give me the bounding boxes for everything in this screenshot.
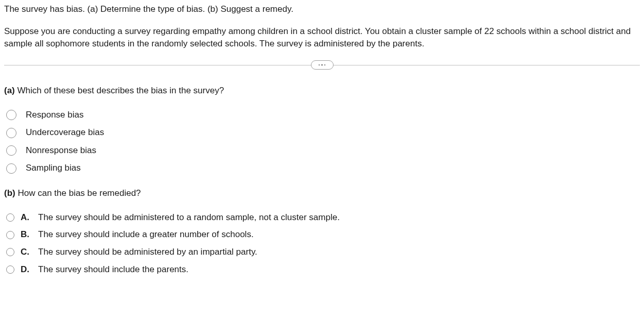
ellipsis-icon [319,64,326,66]
question-a-prompt: (a) Which of these best describes the bi… [4,85,640,97]
option-b-a[interactable]: A. The survey should be administered to … [6,211,640,224]
option-label: The survey should be administered to a r… [38,211,340,224]
expand-button[interactable] [311,60,334,70]
option-b-b[interactable]: B. The survey should include a greater n… [6,228,640,241]
question-b-options: A. The survey should be administered to … [4,211,640,276]
question-b-prefix: (b) [4,188,15,198]
option-label: The survey should be administered by an … [38,246,257,259]
option-label: The survey should include a greater numb… [38,228,254,241]
option-letter: D. [21,263,32,276]
option-label: Response bias [26,109,83,122]
option-a-3[interactable]: Nonresponse bias [6,144,640,157]
radio-button[interactable] [6,110,16,120]
option-label: Nonresponse bias [26,144,96,157]
option-label: Sampling bias [26,162,81,175]
radio-button[interactable] [6,145,16,156]
option-a-1[interactable]: Response bias [6,109,640,122]
radio-button[interactable] [6,163,16,174]
question-a-text: Which of these best describes the bias i… [18,86,224,95]
option-b-c[interactable]: C. The survey should be administered by … [6,246,640,259]
option-b-d[interactable]: D. The survey should include the parents… [6,263,640,276]
radio-button[interactable] [6,265,14,274]
question-b-prompt: (b) How can the bias be remedied? [4,187,640,200]
radio-button[interactable] [6,128,16,138]
radio-button[interactable] [6,231,14,239]
option-letter: B. [21,228,32,241]
radio-button[interactable] [6,248,14,256]
section-divider [4,60,640,70]
option-a-4[interactable]: Sampling bias [6,162,640,175]
intro-text: The survey has bias. (a) Determine the t… [4,3,640,16]
option-a-2[interactable]: Undercoverage bias [6,126,640,139]
option-label: Undercoverage bias [26,126,104,139]
question-a-options: Response bias Undercoverage bias Nonresp… [4,109,640,175]
option-letter: A. [21,211,32,224]
question-b-text: How can the bias be remedied? [18,188,141,198]
option-label: The survey should include the parents. [38,263,188,276]
radio-button[interactable] [6,213,14,222]
question-a-prefix: (a) [4,86,15,95]
option-letter: C. [21,246,32,259]
context-text: Suppose you are conducting a survey rega… [4,25,640,51]
